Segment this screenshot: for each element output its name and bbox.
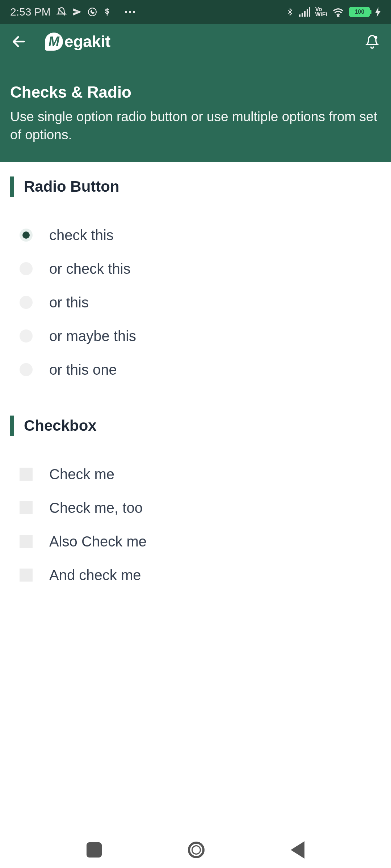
- app-header: egakit Checks & Radio Use single option …: [0, 24, 391, 162]
- heading-text: Radio Button: [24, 178, 119, 195]
- svg-rect-5: [302, 13, 303, 17]
- checkbox-label: Check me: [49, 466, 114, 482]
- radio-option[interactable]: or this one: [20, 353, 381, 387]
- s-icon: [103, 7, 112, 17]
- radio-input[interactable]: [20, 229, 33, 242]
- radio-label: or this one: [49, 362, 117, 378]
- heading-text: Checkbox: [24, 417, 97, 434]
- radio-input[interactable]: [20, 363, 33, 376]
- wifi-icon: [332, 7, 344, 17]
- svg-point-3: [133, 11, 135, 13]
- checkbox-input[interactable]: [20, 468, 33, 481]
- recents-button[interactable]: [87, 842, 102, 858]
- checkbox-option[interactable]: Check me: [20, 458, 381, 491]
- app-logo: egakit: [45, 33, 110, 51]
- app-name: egakit: [64, 33, 110, 51]
- svg-rect-7: [307, 9, 308, 17]
- home-button[interactable]: [188, 842, 205, 858]
- status-bar: 2:53 PM Vo WiFi 100: [0, 0, 391, 24]
- back-button[interactable]: [10, 33, 28, 50]
- status-right: Vo WiFi 100: [286, 7, 381, 17]
- bluetooth-icon: [286, 7, 294, 17]
- svg-point-0: [88, 8, 96, 16]
- arrow-left-icon: [11, 34, 27, 50]
- topbar: egakit: [10, 33, 381, 51]
- checkbox-option[interactable]: And check me: [20, 558, 381, 592]
- checkbox-input[interactable]: [20, 569, 33, 582]
- svg-rect-8: [309, 7, 310, 17]
- system-nav: [0, 832, 391, 868]
- radio-input[interactable]: [20, 262, 33, 275]
- svg-point-9: [337, 16, 339, 17]
- checkbox-label: Also Check me: [49, 533, 147, 550]
- heading-accent: [10, 416, 14, 436]
- checkbox-section-heading: Checkbox: [10, 416, 381, 436]
- svg-rect-6: [304, 11, 306, 17]
- checkbox-label: And check me: [49, 567, 141, 583]
- checkbox-option[interactable]: Also Check me: [20, 525, 381, 558]
- checkbox-option[interactable]: Check me, too: [20, 491, 381, 525]
- more-icon: [125, 10, 135, 13]
- logo-mark: [45, 33, 63, 51]
- clock: 2:53 PM: [10, 6, 51, 18]
- radio-label: check this: [49, 227, 114, 243]
- bell-icon: [365, 34, 379, 49]
- send-icon: [72, 7, 82, 17]
- radio-input[interactable]: [20, 329, 33, 342]
- radio-option[interactable]: or maybe this: [20, 319, 381, 353]
- checkbox-label: Check me, too: [49, 500, 143, 516]
- radio-section-heading: Radio Button: [10, 176, 381, 197]
- page-subtitle: Use single option radio button or use mu…: [10, 108, 381, 144]
- svg-rect-4: [299, 14, 300, 17]
- checkbox-input[interactable]: [20, 535, 33, 548]
- mute-icon: [56, 7, 67, 17]
- back-system-button[interactable]: [291, 841, 304, 859]
- status-left: 2:53 PM: [10, 6, 135, 18]
- content: Radio Button check this or check this or…: [0, 162, 391, 635]
- radio-option[interactable]: or check this: [20, 252, 381, 286]
- whatsapp-icon: [88, 7, 97, 17]
- vowifi-icon: Vo WiFi: [315, 7, 327, 17]
- heading-accent: [10, 176, 14, 197]
- battery-icon: 100: [349, 7, 370, 17]
- radio-option[interactable]: check this: [20, 218, 381, 252]
- radio-label: or maybe this: [49, 328, 136, 344]
- bolt-icon: [375, 7, 381, 17]
- svg-point-2: [129, 11, 131, 13]
- radio-option[interactable]: or this: [20, 286, 381, 319]
- notifications-button[interactable]: [363, 33, 381, 50]
- checkbox-options: Check me Check me, too Also Check me And…: [10, 458, 381, 592]
- checkbox-input[interactable]: [20, 501, 33, 514]
- svg-point-11: [374, 36, 377, 39]
- radio-input[interactable]: [20, 296, 33, 309]
- radio-options: check this or check this or this or mayb…: [10, 218, 381, 387]
- svg-point-1: [125, 11, 127, 13]
- radio-label: or check this: [49, 261, 131, 277]
- signal-icon: [299, 7, 310, 17]
- page-title: Checks & Radio: [10, 83, 381, 101]
- radio-label: or this: [49, 294, 89, 311]
- topbar-left: egakit: [10, 33, 110, 51]
